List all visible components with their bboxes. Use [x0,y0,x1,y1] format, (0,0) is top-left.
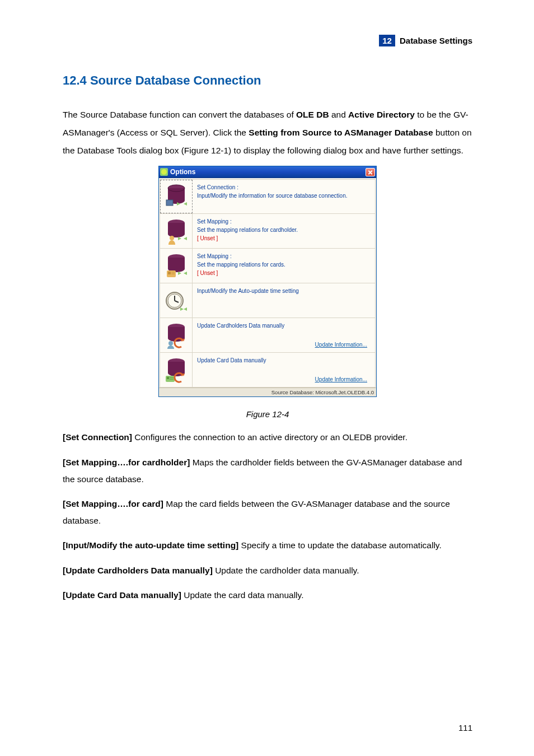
svg-rect-7 [168,272,171,274]
option-set-mapping-card[interactable]: Set Mapping : Set the mapping relations … [160,249,376,283]
options-dialog: Options Set Connection : Input/Modify th… [158,166,377,397]
intro-bold-oledb: OLE DB [296,110,329,119]
db-cylinder-icon [160,180,193,213]
option-set-mapping-cardholder[interactable]: Set Mapping : Set the mapping relations … [160,214,376,249]
dialog-titlebar: Options [159,166,376,178]
db-card-icon [160,249,193,283]
desc-text: Update the cardholder data manually. [213,566,359,575]
section-heading: 12.4 Source Database Connection [63,73,472,88]
option-status-unset: [ Unset ] [197,234,371,242]
intro-text: The Source Database function can convert… [63,110,296,119]
option-label: Set Mapping : [197,252,371,260]
intro-bold-ad: Active Directory [348,110,415,119]
option-label: Set Connection : [197,183,371,192]
desc-auto-update: [Input/Modify the auto-update time setti… [63,537,472,554]
option-desc: Set the mapping relations for cards. [197,260,371,269]
db-person-icon [160,214,193,248]
option-label: Set Mapping : [197,217,371,226]
option-desc: Input/Modify the information for source … [197,192,371,200]
svg-point-4 [170,236,174,240]
intro-paragraph: The Source Database function can convert… [63,106,472,159]
desc-bold: [Set Connection] [63,432,132,442]
desc-update-card: [Update Card Data manually] Update the c… [63,587,472,604]
options-app-icon [160,168,168,176]
option-label: Update Card Data manually [197,356,371,365]
desc-update-cardholders: [Update Cardholders Data manually] Updat… [63,562,472,579]
desc-bold: [Set Mapping….for card] [63,499,163,508]
desc-text: Configures the connection to an active d… [132,432,407,442]
option-label: Update Cardholders Data manually [197,321,371,330]
option-desc: Set the mapping relations for cardholder… [197,226,371,234]
desc-set-mapping-card: [Set Mapping….for card] Map the card fie… [63,496,472,529]
option-status-unset: [ Unset ] [197,269,371,277]
svg-rect-18 [167,377,169,379]
intro-bold-button: Setting from Source to ASManager Databas… [249,128,433,137]
desc-bold: [Update Cardholders Data manually] [63,566,213,575]
close-icon[interactable] [366,168,375,176]
option-auto-update-time[interactable]: Input/Modify the Auto-update time settin… [160,283,376,318]
desc-bold: [Update Card Data manually] [63,590,181,600]
db-person-refresh-icon [160,318,193,352]
chapter-title: Database Settings [400,36,472,45]
chapter-badge: 12 [379,35,395,46]
option-set-connection[interactable]: Set Connection : Input/Modify the inform… [160,179,376,214]
svg-rect-2 [166,200,173,206]
desc-bold: [Set Mapping….for cardholder] [63,458,190,467]
svg-point-15 [168,341,173,346]
desc-set-connection: [Set Connection] Configures the connecti… [63,429,472,446]
option-update-cardholders-manual[interactable]: Update Cardholders Data manually Update … [160,318,376,353]
update-information-link[interactable]: Update Information... [315,340,367,349]
desc-bold: [Input/Modify the auto-update time setti… [63,540,238,550]
clock-icon [160,283,193,318]
dialog-statusbar: Source Database: Microsoft.Jet.OLEDB.4.0 [159,388,376,396]
update-information-link[interactable]: Update Information... [315,375,367,384]
desc-set-mapping-cardholder: [Set Mapping….for cardholder] Maps the c… [63,454,472,488]
desc-text: Specify a time to update the database au… [238,540,441,550]
option-label: Input/Modify the Auto-update time settin… [197,287,371,295]
intro-text: and [329,110,348,119]
desc-text: Update the card data manually. [181,590,304,600]
page-number: 111 [458,723,472,732]
page-header: 12 Database Settings [63,35,472,46]
figure-caption: Figure 12-4 [63,409,472,419]
dialog-title: Options [170,168,195,176]
option-update-card-manual[interactable]: Update Card Data manually Update Informa… [160,353,376,388]
db-card-refresh-icon [160,353,193,387]
